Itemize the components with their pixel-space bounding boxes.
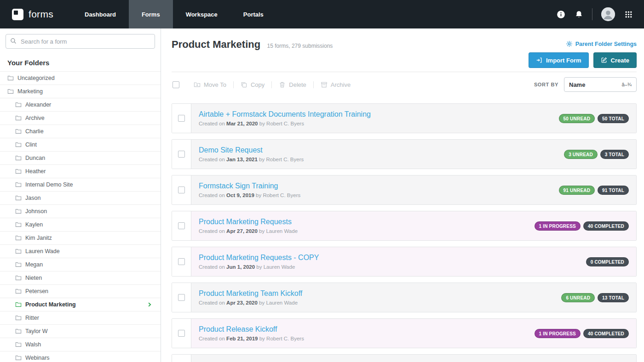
folder-icon [7,75,14,81]
meta-by-label: by [259,157,264,162]
meta-created-label: Created on [199,228,225,234]
form-title-link[interactable]: Product Marketing Team Kickoff [199,289,302,298]
sidebar-folder-jason[interactable]: Jason [0,192,161,205]
row-checkbox[interactable] [178,115,185,122]
form-title-link[interactable]: Airtable + Formstack Documents Integrati… [199,110,371,119]
form-info: Product Marketing Team Kickoff Created o… [199,289,302,305]
form-badges: 0 COMPLETED [586,257,629,266]
sort-dropdown[interactable]: Name â–¾ [564,77,637,92]
nav-item-portals[interactable]: Portals [230,0,276,28]
folder-icon [15,208,22,215]
form-title-link[interactable]: Formstack Sign Training [199,182,300,190]
sidebar-folder-taylor-w[interactable]: Taylor W [0,325,161,338]
sidebar-folder-lauren-wade[interactable]: Lauren Wade [0,245,161,258]
nav-item-dashboard[interactable]: Dashboard [72,0,129,28]
meta-date: Apr 27, 2020 [226,228,258,234]
sidebar-folder-internal-demo-site[interactable]: Internal Demo Site [0,178,161,192]
sidebar-folder-charlie[interactable]: Charlie [0,125,161,138]
row-checkbox[interactable] [178,222,185,229]
nav-item-forms[interactable]: Forms [129,0,173,28]
sidebar-folder-archive[interactable]: Archive [0,112,161,125]
form-row-body: Airtable + Formstack Documents Integrati… [191,104,636,133]
sidebar-folder-clint[interactable]: Clint [0,138,161,152]
copy-icon [241,81,247,88]
archive-icon [321,81,328,88]
notifications-bell-icon[interactable] [574,10,583,19]
row-checkbox[interactable] [178,258,185,265]
form-meta: Created on Jun 1, 2020 by Lauren Wade [199,264,319,270]
parent-folder-settings-link[interactable]: Parent Folder Settings [566,40,637,47]
navbar-right [556,0,644,28]
form-info: Demo Site Request Created on Jan 13, 202… [199,146,304,162]
sidebar-folder-alexander[interactable]: Alexander [0,98,161,112]
folder-icon [15,248,22,255]
sidebar-folder-marketing[interactable]: Marketing [0,85,161,98]
folder-icon [15,221,22,228]
form-title-link[interactable]: Product Marketing Requests - COPY [199,254,319,262]
sidebar-folder-megan[interactable]: Megan [0,258,161,272]
folder-icon [15,235,22,241]
form-badges: 50 UNREAD50 TOTAL [559,114,629,123]
badge-dark: 91 TOTAL [598,186,629,195]
toolbar-action-delete[interactable]: Delete [271,81,313,88]
form-title-link[interactable]: Product Marketing Requests [199,218,298,226]
search-input[interactable] [6,34,155,49]
row-checkbox[interactable] [178,187,185,193]
form-meta: Created on Jan 13, 2021 by Robert C. Bye… [199,157,304,162]
folder-icon [15,288,22,294]
folder-label: Lauren Wade [25,248,60,255]
form-title-link[interactable]: Demo Site Request [199,146,304,154]
meta-created-label: Created on [199,336,225,341]
form-title-link[interactable]: Product Release Kickoff [199,325,304,334]
form-row: Airtable + Formstack Documents Integrati… [172,103,637,133]
sidebar-folder-webinars[interactable]: Webinars [0,351,161,362]
folder-list: Uncategorized Marketing Alexander Archiv… [0,71,161,362]
navbar-divider [592,8,592,20]
row-checkbox[interactable] [178,151,185,158]
sidebar-folder-nieten[interactable]: Nieten [0,272,161,285]
formstack-brand[interactable]: forms [0,0,65,28]
form-info: Product Marketing Requests Created on Ap… [199,218,298,234]
import-form-button[interactable]: Import Form [529,52,589,68]
sidebar-folder-product-marketing[interactable]: Product Marketing [0,298,161,311]
form-row-body [191,355,636,362]
meta-date: Jun 1, 2020 [226,264,255,270]
sidebar-folder-kaylen[interactable]: Kaylen [0,218,161,232]
top-navbar: forms DashboardFormsWorkspacePortals [0,0,644,28]
row-checkbox[interactable] [178,294,185,301]
meta-date: Apr 23, 2020 [226,300,258,305]
form-meta: Created on Feb 21, 2019 by Robert C. Bye… [199,336,304,341]
sort-controls: SORT BY Name â–¾ [534,77,637,92]
create-button[interactable]: Create [593,52,637,68]
folder-label: Walsh [25,341,41,348]
folder-label: Webinars [25,355,50,361]
form-row-body: Product Release Kickoff Created on Feb 2… [191,319,636,348]
sidebar-folder-heather[interactable]: Heather [0,165,161,178]
toolbar-action-archive[interactable]: Archive [313,81,357,88]
info-icon[interactable] [556,10,565,19]
nav-item-workspace[interactable]: Workspace [173,0,230,28]
meta-author: Lauren Wade [264,264,295,270]
form-info: Airtable + Formstack Documents Integrati… [199,110,371,126]
user-avatar[interactable] [601,7,615,21]
meta-by-label: by [256,192,261,198]
sidebar-folder-johnson[interactable]: Johnson [0,205,161,218]
sidebar-folder-petersen[interactable]: Petersen [0,285,161,298]
folder-icon [15,261,22,268]
toolbar-action-move-to[interactable]: Move To [187,81,233,88]
folder-icon [15,328,22,334]
form-meta: Created on Apr 27, 2020 by Lauren Wade [199,228,298,234]
select-all-checkbox[interactable] [172,81,179,88]
apps-grid-icon[interactable] [624,10,633,19]
sidebar-folder-ritter[interactable]: Ritter [0,311,161,325]
toolbar-action-copy[interactable]: Copy [233,81,271,88]
sidebar-folder-walsh[interactable]: Walsh [0,338,161,351]
meta-author: Robert C. Byers [266,121,304,126]
row-checkbox[interactable] [178,330,185,337]
sidebar-folder-uncategorized[interactable]: Uncategorized [0,72,161,85]
meta-created-label: Created on [199,157,225,162]
folder-label: Marketing [17,88,43,95]
sidebar-folder-kim-janitz[interactable]: Kim Janitz [0,232,161,245]
folder-label: Megan [25,261,43,268]
sidebar-folder-duncan[interactable]: Duncan [0,152,161,165]
